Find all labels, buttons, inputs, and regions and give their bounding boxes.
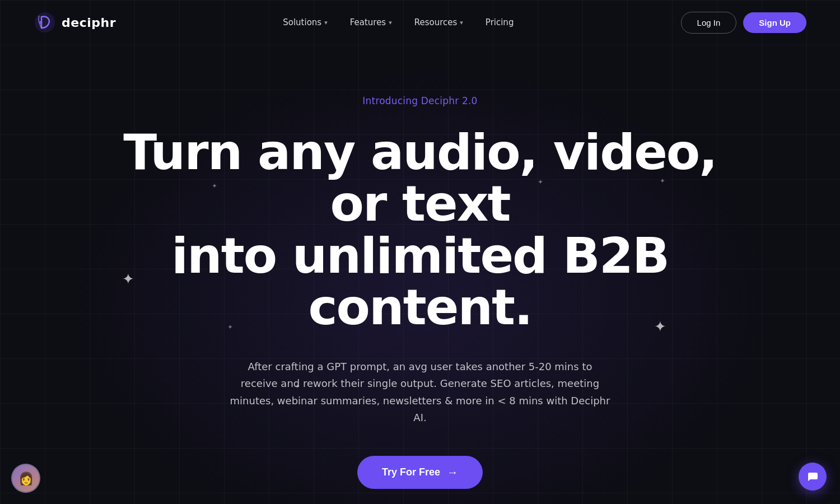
nav-item-pricing[interactable]: Pricing <box>477 13 523 32</box>
cta-label: Try For Free <box>382 466 440 478</box>
hero-subtitle: After crafting a GPT prompt, an avg user… <box>230 358 610 427</box>
nav-features-label: Features <box>350 17 386 27</box>
arrow-icon: → <box>447 466 458 479</box>
hero-title-line2: into unlimited B2B content. <box>171 227 669 336</box>
login-button[interactable]: Log In <box>681 12 737 34</box>
signup-button[interactable]: Sign Up <box>743 12 806 33</box>
svg-point-0 <box>35 12 55 32</box>
cta-button[interactable]: Try For Free → <box>357 456 483 489</box>
navbar: deciphr Solutions ▾ Features ▾ Resources… <box>0 0 840 45</box>
chevron-down-icon: ▾ <box>324 19 328 26</box>
nav-item-features[interactable]: Features ▾ <box>341 13 401 32</box>
chevron-down-icon: ▾ <box>389 19 392 26</box>
brand-name: deciphr <box>62 16 116 30</box>
nav-solutions-label: Solutions <box>283 17 321 27</box>
support-avatar[interactable]: 👩 <box>11 464 40 493</box>
nav-pricing-label: Pricing <box>486 17 514 27</box>
chat-widget-button[interactable] <box>799 463 827 491</box>
hero-eyebrow: Introducing Deciphr 2.0 <box>362 95 477 106</box>
hero-section: Introducing Deciphr 2.0 Turn any audio, … <box>0 45 840 489</box>
nav-item-solutions[interactable]: Solutions ▾ <box>274 13 336 32</box>
chat-icon <box>806 470 819 483</box>
logo[interactable]: deciphr <box>34 11 116 34</box>
avatar-image: 👩 <box>12 465 39 492</box>
nav-resources-label: Resources <box>414 17 458 27</box>
hero-title-line1: Turn any audio, video, or text <box>123 123 717 232</box>
logo-icon <box>34 11 56 34</box>
nav-item-resources[interactable]: Resources ▾ <box>405 13 472 32</box>
nav-links: Solutions ▾ Features ▾ Resources ▾ Prici… <box>274 13 522 32</box>
chevron-down-icon: ▾ <box>460 19 463 26</box>
nav-actions: Log In Sign Up <box>681 12 806 34</box>
hero-title: Turn any audio, video, or text into unli… <box>112 127 728 334</box>
